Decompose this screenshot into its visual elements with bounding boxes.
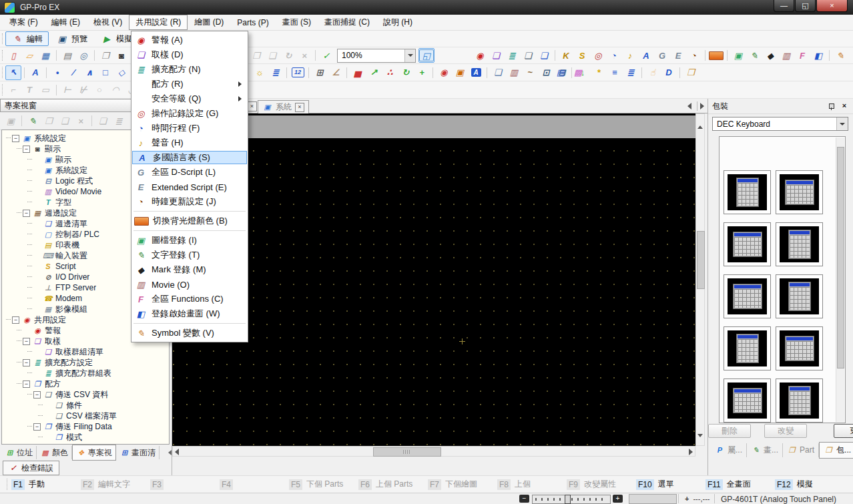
time-schedule-icon[interactable]: ◔ (606, 48, 622, 63)
movie-icon[interactable]: ▥ (778, 48, 794, 63)
startup-screen-icon[interactable]: ◧ (810, 48, 826, 63)
vertical-scroll-thumb[interactable] (697, 231, 705, 289)
tree-item[interactable]: − ❏ CSV 檔案清單 (2, 411, 169, 421)
tree-expander-icon[interactable]: − (12, 135, 19, 142)
tree-expander-icon[interactable]: − (23, 210, 30, 217)
date-display-icon[interactable]: 12 (290, 65, 306, 80)
function-key[interactable]: F10 選單 (636, 479, 700, 490)
ext-recipe-icon[interactable]: ≣ (504, 48, 520, 63)
error-check-icon[interactable]: ✓ (318, 48, 334, 63)
package-thumbnail[interactable] (724, 274, 771, 318)
function-key[interactable]: F7 下個繪圖 (428, 479, 492, 490)
image-register-icon[interactable]: ▣ (730, 48, 746, 63)
left-panel-tab[interactable]: ▩顏色 (37, 446, 72, 459)
list-1-icon[interactable]: ≡ (607, 65, 623, 80)
alarm-part-icon[interactable]: ◉ (436, 65, 452, 80)
package-thumbnail[interactable] (724, 379, 771, 423)
circle-graph-icon[interactable]: ↻ (398, 65, 414, 80)
function-key[interactable]: F9 改變屬性 (567, 479, 631, 490)
sampling-icon[interactable]: ❏ (488, 48, 504, 63)
package-button[interactable]: 更 (834, 424, 853, 438)
package-close-icon[interactable]: × (840, 101, 849, 110)
parts-list-icon[interactable]: ≣ (268, 65, 284, 80)
minimize-button[interactable]: — (774, 0, 794, 12)
edit-tool-icon[interactable]: ✎ (25, 113, 41, 128)
screen-tab-system[interactable]: ▣ 系統 × (258, 100, 309, 113)
tree-expander-icon[interactable]: − (33, 391, 41, 399)
menu-item[interactable]: ▣ 圖檔登錄 (I) (131, 233, 248, 248)
horizontal-scroll-thumb[interactable] (373, 447, 441, 457)
function-key[interactable]: F5 下個 Parts (289, 479, 353, 490)
tree-expander-icon[interactable]: − (12, 316, 19, 324)
window-star-icon[interactable]: * (591, 65, 607, 80)
fit-screen-button[interactable]: ◱ (418, 48, 435, 63)
tree-item[interactable]: − ≣ 擴充配方群組表 (2, 368, 169, 379)
menu-item[interactable]: ◉ 警報 (A) (131, 33, 248, 47)
package-icon[interactable]: ❒ (683, 65, 699, 80)
menu-item[interactable]: ✎ 文字登錄 (T) (131, 248, 248, 262)
sound-icon[interactable]: ♪ (622, 48, 638, 63)
menu-item[interactable]: ≣ 擴充配方 (N) (131, 62, 248, 77)
close-tab-button[interactable]: × (247, 101, 257, 111)
menu-item[interactable]: ❏ 取樣 (D) (131, 47, 248, 62)
print-preview-icon[interactable]: ◎ (75, 48, 91, 63)
menubar-item[interactable]: 專案 (F) (3, 15, 45, 30)
zoom-slider-knob[interactable] (565, 495, 571, 504)
tree-item[interactable]: − ❐ 傳送 Filing Data (2, 421, 169, 432)
screen-tab-close-icon[interactable]: × (295, 103, 304, 112)
zoom-combo-input[interactable] (338, 51, 404, 60)
menu-item[interactable]: ▬ 切換背光燈顏色 (B) (131, 214, 248, 228)
package-thumbnail[interactable] (776, 326, 823, 370)
mode-button[interactable]: ▣預覽 (50, 31, 93, 46)
menu-item[interactable]: G 全區 D-Script (L) (131, 165, 248, 180)
mark-register-icon[interactable]: ◆ (762, 48, 778, 63)
security-icon[interactable]: S (574, 48, 590, 63)
menu-item[interactable]: ✎ Symbol 變數 (V) (131, 326, 248, 340)
right-panel-tab[interactable]: P屬... (711, 443, 747, 457)
check-error-button[interactable]: ✓ 檢查錯誤 (3, 461, 59, 475)
text-tool-icon[interactable]: A (27, 65, 43, 80)
screen-copy-icon[interactable]: ❐ (97, 48, 113, 63)
d-script-2-icon[interactable]: D (661, 65, 677, 80)
tree-expander-icon[interactable]: − (23, 381, 30, 388)
right-panel-tab[interactable]: ✎畫... (747, 443, 783, 457)
tab-scroll-left-icon[interactable] (168, 450, 172, 455)
menubar-item[interactable]: Parts (P) (230, 15, 275, 30)
left-panel-tab[interactable]: ⊞畫面清 (116, 446, 160, 459)
select-arrow-icon[interactable]: ↖ (5, 65, 21, 80)
zoom-combo[interactable] (337, 49, 416, 63)
polyline-tool-icon[interactable]: ∧ (81, 65, 97, 80)
backlight-color-icon[interactable]: ▬ (708, 48, 724, 63)
parts-palette-icon[interactable]: ☼ (252, 65, 268, 80)
package-thumbnail[interactable] (776, 222, 823, 266)
package-thumbnail[interactable] (776, 379, 823, 423)
cable-icon[interactable]: ~ (522, 65, 538, 80)
menu-item[interactable]: E Extended Script (E) (131, 180, 248, 194)
tree-item[interactable]: − ≣ 擴充配方設定 (2, 357, 169, 368)
package-list-scrollbar[interactable] (836, 138, 844, 422)
zoom-combo-arrow[interactable] (404, 49, 415, 62)
csv-icon[interactable]: ❏ (520, 48, 536, 63)
package-thumbnail[interactable] (776, 170, 823, 214)
tree-item[interactable]: − ❏ 傳送 CSV 資料 (2, 389, 169, 400)
menu-item[interactable]: ◆ Mark 登錄 (M) (131, 262, 248, 277)
multilang-icon[interactable]: A (638, 48, 654, 63)
menu-item[interactable]: ◔ 時鐘更新設定 (J) (131, 194, 248, 209)
menu-item[interactable]: ♪ 聲音 (H) (131, 136, 248, 150)
function-key[interactable]: F2 編輯文字 (81, 479, 145, 490)
menu-item[interactable]: F 全區 Functions (C) (131, 292, 248, 306)
window-down-icon[interactable]: ↓ (575, 65, 591, 80)
message-display-icon[interactable]: A (468, 65, 484, 80)
tree-expander-icon[interactable]: − (23, 146, 30, 153)
mode-button[interactable]: ✎編輯 (5, 31, 49, 46)
tree-expander-icon[interactable]: − (23, 338, 30, 345)
key-icon[interactable]: K (558, 48, 574, 63)
ext-script-icon[interactable]: E (670, 48, 686, 63)
zoom-out-button[interactable]: − (519, 495, 529, 503)
menubar-item[interactable]: 說明 (H) (376, 15, 419, 30)
close-button[interactable]: × (816, 0, 848, 12)
zoom-in-button[interactable]: + (613, 495, 623, 503)
right-panel-tab[interactable]: ❒包... (819, 442, 853, 459)
menu-item[interactable]: 配方 (R) (131, 77, 248, 91)
tree-expander-icon[interactable]: − (33, 423, 41, 431)
